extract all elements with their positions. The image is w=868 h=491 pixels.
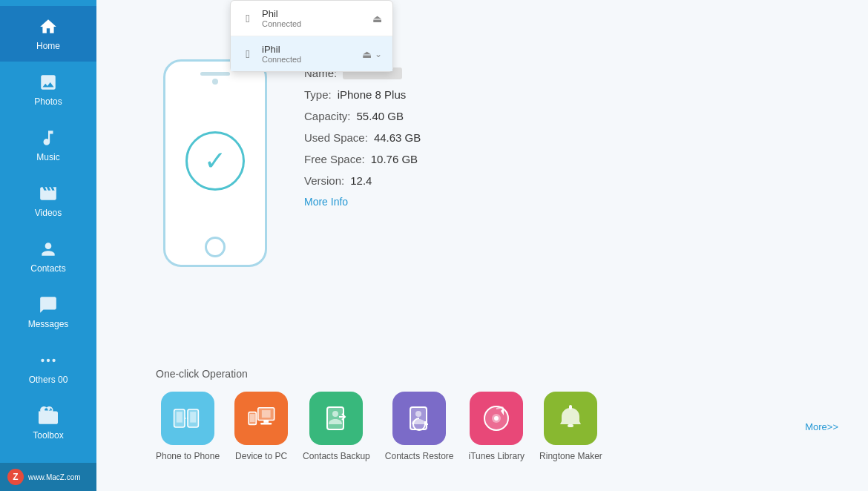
svg-point-2: [52, 359, 55, 362]
sidebar-item-messages[interactable]: Messages: [0, 284, 96, 340]
svg-point-1: [47, 359, 50, 362]
bottom-bar: Z www.MacZ.com: [0, 463, 96, 491]
app-logo: Z: [7, 469, 24, 485]
svg-rect-4: [177, 412, 183, 422]
phone-home-button: [205, 237, 226, 257]
svg-point-0: [41, 359, 44, 362]
sidebar-item-photos[interactable]: Photos: [0, 62, 96, 117]
operations-grid: Phone to Phone Device to PC: [156, 392, 838, 461]
operation-itunes-library[interactable]: iTunes Library: [469, 392, 525, 461]
device-name-iphil: iPhil: [262, 44, 355, 55]
sidebar-label-toolbox: Toolbox: [33, 430, 63, 441]
operation-label-ringtone-maker: Ringtone Maker: [539, 451, 602, 461]
info-type-row: Type: iPhone 8 Plus: [304, 88, 421, 101]
check-mark-icon: ✓: [204, 148, 226, 174]
device-info-phil: Phil Connected: [262, 8, 365, 28]
dropdown-actions-phil: ⏏: [372, 13, 382, 24]
operation-label-itunes-library: iTunes Library: [469, 451, 525, 461]
music-icon: [38, 128, 59, 148]
sidebar-label-messages: Messages: [28, 319, 69, 329]
more-operations-link[interactable]: More>>: [805, 421, 838, 432]
apple-icon-phil: : [241, 12, 254, 25]
more-info-link[interactable]: More Info: [304, 196, 421, 208]
check-circle: ✓: [185, 131, 245, 191]
contacts-restore-icon: [392, 392, 446, 445]
info-used-row: Used Space: 44.63 GB: [304, 131, 421, 144]
sidebar-item-others[interactable]: Others 00: [0, 340, 96, 395]
device-info-iphil: iPhil Connected: [262, 44, 355, 64]
sidebar-item-toolbox[interactable]: Toolbox: [0, 395, 96, 451]
svg-rect-20: [568, 424, 573, 427]
sidebar-label-contacts: Contacts: [30, 263, 65, 274]
sidebar-label-photos: Photos: [34, 96, 62, 107]
phone-speaker: [200, 72, 230, 76]
apple-icon-iphil: : [241, 47, 254, 61]
main-content:  Phil Connected ⏏  iPhil Connected ⏏ ⌄: [96, 0, 868, 491]
device-name-phil: Phil: [262, 8, 365, 19]
sidebar-label-music: Music: [36, 152, 59, 162]
operation-contacts-restore[interactable]: Contacts Restore: [385, 392, 454, 461]
sidebar-item-music[interactable]: Music: [0, 117, 96, 173]
contacts-icon: [38, 239, 59, 260]
phone-camera: [212, 79, 218, 85]
messages-icon: [38, 294, 59, 315]
device-status-iphil: Connected: [262, 55, 355, 64]
videos-icon: [38, 183, 59, 204]
operation-label-contacts-restore: Contacts Restore: [385, 451, 454, 461]
sidebar-label-home: Home: [36, 41, 60, 51]
svg-rect-9: [263, 421, 269, 423]
operation-device-to-pc[interactable]: Device to PC: [234, 392, 288, 461]
sidebar-item-videos[interactable]: Videos: [0, 173, 96, 228]
phone-screen: ✓: [171, 90, 259, 231]
type-label: Type:: [304, 88, 332, 101]
sidebar-item-home[interactable]: Home: [0, 6, 96, 62]
eject-icon-phil[interactable]: ⏏: [372, 13, 382, 24]
others-icon: [38, 350, 59, 371]
info-capacity-row: Capacity: 55.40 GB: [304, 110, 421, 122]
operation-label-device-to-pc: Device to PC: [235, 451, 287, 461]
free-value: 10.76 GB: [371, 153, 418, 165]
info-version-row: Version: 12.4: [304, 174, 421, 187]
svg-rect-13: [327, 407, 343, 429]
operation-label-contacts-backup: Contacts Backup: [303, 451, 370, 461]
device-status-phil: Connected: [262, 19, 365, 28]
phone-graphic: ✓: [156, 59, 274, 282]
phone-body: ✓: [163, 59, 267, 267]
operation-ringtone-maker[interactable]: Ringtone Maker: [539, 392, 602, 461]
svg-rect-10: [260, 423, 272, 425]
svg-rect-12: [250, 414, 255, 422]
operations-section: One-click Operation Phone to Phone: [156, 368, 838, 461]
used-value: 44.63 GB: [374, 131, 421, 144]
free-label: Free Space:: [304, 153, 365, 165]
svg-rect-21: [569, 405, 572, 409]
operation-phone-to-phone[interactable]: Phone to Phone: [156, 392, 220, 461]
dropdown-item-phil[interactable]:  Phil Connected ⏏: [231, 1, 392, 36]
svg-point-16: [415, 411, 421, 417]
eject-icon-iphil[interactable]: ⏏: [362, 48, 372, 60]
itunes-library-icon: [470, 392, 523, 445]
version-label: Version:: [304, 174, 344, 187]
home-icon: [38, 16, 59, 37]
phone-area: ✓ Name: Type: iPhone 8 Plus Capacity: 55…: [156, 59, 421, 282]
used-label: Used Space:: [304, 131, 368, 144]
type-value: iPhone 8 Plus: [338, 88, 407, 101]
operation-contacts-backup[interactable]: Contacts Backup: [303, 392, 370, 461]
ringtone-maker-icon: [544, 392, 597, 445]
contacts-backup-icon: [309, 392, 363, 445]
phone-to-phone-icon: [161, 392, 214, 445]
svg-rect-8: [262, 410, 271, 418]
device-to-pc-icon: [234, 392, 288, 445]
device-dropdown:  Phil Connected ⏏  iPhil Connected ⏏ ⌄: [230, 0, 393, 72]
info-free-row: Free Space: 10.76 GB: [304, 153, 421, 165]
toolbox-icon: [38, 406, 59, 426]
operation-label-phone-to-phone: Phone to Phone: [156, 451, 220, 461]
photos-icon: [38, 72, 59, 93]
svg-rect-6: [190, 412, 196, 422]
dropdown-item-iphil[interactable]:  iPhil Connected ⏏ ⌄: [231, 36, 392, 71]
chevron-icon-iphil[interactable]: ⌄: [375, 49, 382, 59]
capacity-value: 55.40 GB: [357, 110, 404, 122]
device-info-panel: Name: Type: iPhone 8 Plus Capacity: 55.4…: [304, 59, 421, 208]
sidebar-item-contacts[interactable]: Contacts: [0, 228, 96, 284]
svg-point-14: [332, 411, 338, 417]
capacity-label: Capacity:: [304, 110, 351, 122]
